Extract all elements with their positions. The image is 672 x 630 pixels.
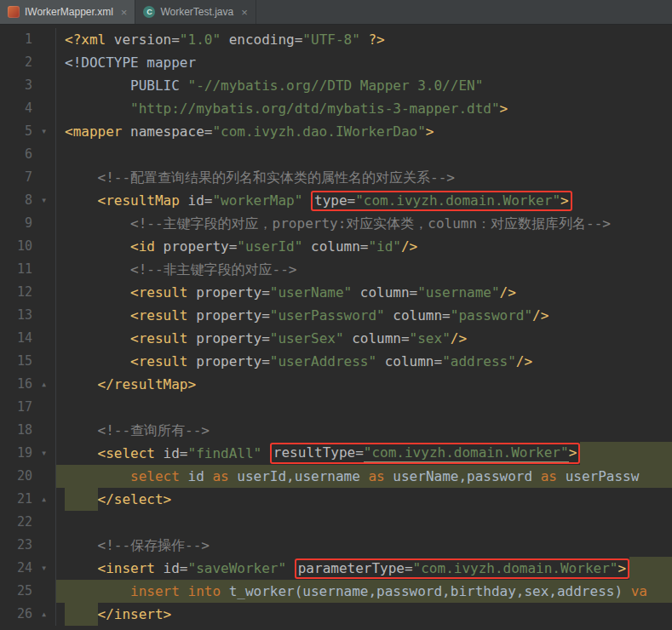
gutter: 9 [0, 212, 56, 235]
code-text[interactable]: <result property="userSex" column="sex"/… [56, 327, 672, 350]
line-number[interactable]: 26 [0, 603, 32, 626]
token: "-//mybatis.org//DTD Mapper 3.0//EN" [188, 74, 484, 97]
line-number[interactable]: 23 [0, 534, 32, 557]
line-number[interactable]: 2 [0, 51, 32, 74]
line-number[interactable]: 25 [0, 580, 32, 603]
code-line: 10 <id property="userId" column="id"/> [0, 235, 672, 258]
line-number[interactable]: 11 [0, 258, 32, 281]
token: <result [130, 281, 196, 304]
gutter-spacer [32, 97, 55, 120]
code-text[interactable] [56, 143, 672, 166]
token: "UTF-8" [302, 28, 359, 51]
code-text[interactable]: </select> [56, 488, 672, 511]
code-text[interactable]: <!--保存操作--> [56, 534, 672, 557]
close-icon[interactable]: × [241, 7, 248, 18]
code-text[interactable]: select id as userId,username as userName… [56, 465, 672, 488]
gutter-spacer [32, 396, 55, 419]
line-number[interactable]: 8 [0, 189, 32, 212]
line-number[interactable]: 3 [0, 74, 32, 97]
token: </select> [98, 488, 172, 511]
line-number[interactable]: 7 [0, 166, 32, 189]
line-number[interactable]: 18 [0, 419, 32, 442]
gutter: 23 [0, 534, 56, 557]
tab-workertest-java[interactable]: C WorkerTest.java × [135, 0, 256, 24]
code-text[interactable] [56, 511, 672, 534]
code-text[interactable]: <mapper namespace="com.ivyzh.dao.IWorker… [56, 120, 672, 143]
token: userPassw [566, 465, 640, 488]
code-text[interactable]: </insert> [56, 603, 672, 626]
code-text[interactable]: <!--非主键字段的对应--> [56, 258, 672, 281]
token: <resultMap [98, 189, 188, 212]
line-number[interactable]: 21 [0, 488, 32, 511]
token [65, 281, 130, 304]
token: > [617, 560, 626, 577]
gutter: 13 [0, 304, 56, 327]
fold-up-icon[interactable]: ▴ [32, 373, 55, 396]
line-number[interactable]: 22 [0, 511, 32, 534]
token [65, 212, 130, 235]
gutter: 15 [0, 350, 56, 373]
code-text[interactable]: <!--查询所有--> [56, 419, 672, 442]
token [65, 304, 130, 327]
fold-down-icon[interactable]: ▾ [32, 557, 55, 580]
token [65, 580, 130, 603]
code-text[interactable]: <?xml version="1.0" encoding="UTF-8" ?> [56, 28, 672, 51]
tab-iworkermapper-xml[interactable]: IWorkerMapper.xml × [0, 0, 135, 24]
line-number[interactable]: 10 [0, 235, 32, 258]
line-number[interactable]: 12 [0, 281, 32, 304]
code-text[interactable]: "http://mybatis.org/dtd/mybatis-3-mapper… [56, 97, 672, 120]
gutter: 7 [0, 166, 56, 189]
line-number[interactable]: 15 [0, 350, 32, 373]
token: > [426, 120, 434, 143]
code-text[interactable]: PUBLIC "-//mybatis.org//DTD Mapper 3.0//… [56, 74, 672, 97]
fold-down-icon[interactable]: ▾ [32, 120, 55, 143]
code-text[interactable]: </resultMap> [56, 373, 672, 396]
fold-up-icon[interactable]: ▴ [32, 488, 55, 511]
gutter-spacer [32, 143, 55, 166]
line-number[interactable]: 5 [0, 120, 32, 143]
line-number[interactable]: 13 [0, 304, 32, 327]
token: property= [196, 350, 270, 373]
token: parameterType= [298, 560, 413, 577]
code-text[interactable]: <result property="userAddress" column="a… [56, 350, 672, 373]
code-text[interactable]: <!DOCTYPE mapper [56, 51, 672, 74]
code-text[interactable]: <resultMap id="workerMap" type="com.ivyz… [56, 189, 672, 212]
token: type= [314, 192, 355, 209]
line-number[interactable]: 17 [0, 396, 32, 419]
code-text[interactable]: <insert id="saveWorker" parameterType="c… [56, 557, 672, 580]
line-number[interactable]: 6 [0, 143, 32, 166]
token: property= [196, 304, 270, 327]
code-text[interactable]: insert into t_worker(username,password,b… [56, 580, 672, 603]
token: "id" [368, 235, 401, 258]
xml-file-icon [8, 6, 20, 18]
code-line: 1<?xml version="1.0" encoding="UTF-8" ?> [0, 28, 672, 51]
token [65, 166, 98, 189]
gutter-spacer [32, 258, 55, 281]
gutter: 1 [0, 28, 56, 51]
token: userId,username [237, 465, 368, 488]
line-number[interactable]: 24 [0, 557, 32, 580]
code-text[interactable]: <!--配置查询结果的列名和实体类的属性名的对应关系--> [56, 166, 672, 189]
line-number[interactable]: 9 [0, 212, 32, 235]
line-number[interactable]: 19 [0, 442, 32, 465]
fold-down-icon[interactable]: ▾ [32, 189, 55, 212]
line-number[interactable]: 20 [0, 465, 32, 488]
code-text[interactable]: <select id="findAll" resultType="com.ivy… [56, 442, 672, 465]
code-text[interactable]: <result property="userName" column="user… [56, 281, 672, 304]
injected-sql-fragment-bg [580, 442, 672, 465]
close-icon[interactable]: × [121, 7, 128, 18]
code-text[interactable]: <!--主键字段的对应，property:对应实体类，column：对应数据库列… [56, 212, 672, 235]
code-text[interactable]: <id property="userId" column="id"/> [56, 235, 672, 258]
code-text[interactable] [56, 396, 672, 419]
line-number[interactable]: 16 [0, 373, 32, 396]
line-number[interactable]: 4 [0, 97, 32, 120]
code-line: 4 "http://mybatis.org/dtd/mybatis-3-mapp… [0, 97, 672, 120]
code-text[interactable]: <result property="userPassword" column="… [56, 304, 672, 327]
line-number[interactable]: 1 [0, 28, 32, 51]
token: property= [196, 327, 270, 350]
code-line: 23 <!--保存操作--> [0, 534, 672, 557]
fold-up-icon[interactable]: ▴ [32, 603, 55, 626]
editor-tab-bar: IWorkerMapper.xml × C WorkerTest.java × [0, 0, 672, 25]
fold-down-icon[interactable]: ▾ [32, 442, 55, 465]
line-number[interactable]: 14 [0, 327, 32, 350]
